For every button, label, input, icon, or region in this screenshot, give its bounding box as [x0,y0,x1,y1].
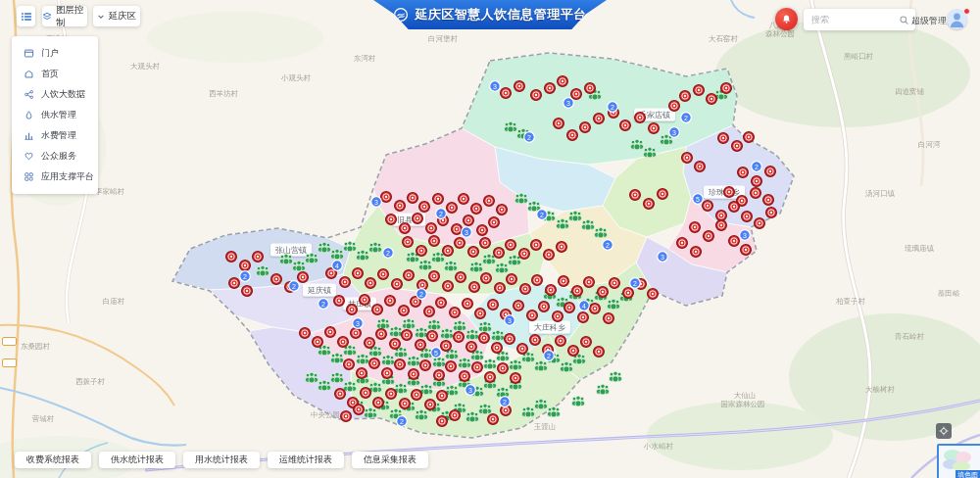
facility-marker[interactable] [313,337,323,348]
cluster-badge[interactable]: 2 [752,162,762,172]
facility-marker[interactable] [556,336,566,347]
map-canvas[interactable]: 石槽村大观头村西羊坊村小观头村东湾村白河堡村白河堡水库大石窑村八虎山森林公园黑峪… [0,0,980,478]
facility-marker[interactable] [425,400,436,410]
facility-marker[interactable] [571,89,582,100]
facility-marker[interactable] [409,369,419,380]
facility-marker[interactable] [558,76,568,87]
water-user-marker[interactable] [547,406,560,417]
facility-marker[interactable] [744,132,755,143]
facility-marker[interactable] [441,341,452,352]
facility-marker[interactable] [395,359,406,370]
facility-marker[interactable] [623,288,634,299]
water-user-marker[interactable] [376,318,389,329]
cluster-badge[interactable]: 3 [353,318,364,329]
sidebar-item-public-service[interactable]: 公众服务 [12,146,98,167]
water-user-marker[interactable] [571,396,584,406]
cluster-badge[interactable]: 2 [500,397,511,407]
facility-marker[interactable] [765,167,776,177]
cluster-badge[interactable]: 3 [490,81,501,92]
facility-marker[interactable] [335,389,346,400]
facility-marker[interactable] [240,261,251,271]
facility-marker[interactable] [530,335,541,346]
facility-marker[interactable] [372,305,383,315]
water-user-marker[interactable] [330,372,343,383]
facility-marker[interactable] [501,88,512,99]
facility-marker[interactable] [412,390,422,401]
facility-marker[interactable] [724,187,735,198]
facility-marker[interactable] [429,236,440,247]
water-user-marker[interactable] [402,318,415,329]
water-user-marker[interactable] [330,353,343,363]
cluster-badge[interactable]: 2 [603,240,613,251]
report-button-billing[interactable]: 收费系统报表 [15,452,91,468]
water-user-marker[interactable] [318,380,330,391]
water-user-marker[interactable] [534,360,547,371]
facility-marker[interactable] [517,344,528,355]
facility-marker[interactable] [365,338,375,349]
cluster-badge[interactable]: 3 [740,230,751,241]
facility-marker[interactable] [340,277,351,288]
cluster-badge[interactable]: 5 [431,348,442,358]
water-user-marker[interactable] [343,241,356,252]
facility-marker[interactable] [498,363,509,374]
facility-marker[interactable] [420,360,431,371]
facility-marker[interactable] [488,414,499,425]
facility-marker[interactable] [649,123,660,134]
facility-marker[interactable] [539,302,550,312]
facility-marker[interactable] [557,242,567,253]
water-user-marker[interactable] [469,262,482,272]
facility-marker[interactable] [682,153,693,164]
facility-marker[interactable] [752,176,762,187]
facility-marker[interactable] [594,114,605,124]
facility-marker[interactable] [390,339,401,350]
facility-marker[interactable] [669,101,680,112]
facility-marker[interactable] [531,240,542,251]
water-user-marker[interactable] [292,261,305,271]
facility-marker[interactable] [585,83,596,94]
facility-marker[interactable] [514,301,524,311]
facility-marker[interactable] [353,268,364,279]
facility-marker[interactable] [381,192,392,203]
water-user-marker[interactable] [483,358,496,369]
facility-marker[interactable] [567,130,578,141]
cluster-badge[interactable]: 3 [564,98,574,109]
facility-marker[interactable] [658,189,668,200]
facility-marker[interactable] [531,90,542,101]
facility-marker[interactable] [351,328,362,339]
facility-marker[interactable] [437,416,448,427]
cluster-badge[interactable]: 2 [240,271,251,282]
facility-marker[interactable] [763,195,774,206]
facility-marker[interactable] [472,362,483,373]
facility-marker[interactable] [392,279,403,290]
water-user-marker[interactable] [491,330,504,341]
water-user-marker[interactable] [568,211,581,221]
facility-marker[interactable] [361,388,371,399]
water-user-marker[interactable] [509,359,521,370]
facility-marker[interactable] [455,238,466,249]
water-user-marker[interactable] [305,253,318,263]
facility-marker[interactable] [568,346,579,357]
water-user-marker[interactable] [407,356,419,366]
facility-marker[interactable] [437,391,448,402]
facility-marker[interactable] [707,94,717,105]
facility-marker[interactable] [354,405,365,415]
facility-marker[interactable] [729,236,740,247]
facility-marker[interactable] [738,167,749,178]
facility-marker[interactable] [378,269,389,280]
water-user-marker[interactable] [508,255,520,265]
water-user-marker[interactable] [318,242,330,253]
water-user-marker[interactable] [440,328,453,339]
facility-marker[interactable] [386,389,397,400]
facility-marker[interactable] [578,312,589,323]
facility-marker[interactable] [426,223,437,234]
water-user-marker[interactable] [415,409,427,420]
search-icon[interactable] [899,15,909,25]
facility-marker[interactable] [532,275,543,286]
water-user-marker[interactable] [431,252,444,263]
cluster-badge[interactable]: 4 [332,261,343,271]
water-user-marker[interactable] [495,263,508,273]
water-user-marker[interactable] [427,319,440,330]
cluster-badge[interactable]: 2 [289,281,300,292]
facility-marker[interactable] [459,194,469,205]
facility-marker[interactable] [718,133,729,144]
